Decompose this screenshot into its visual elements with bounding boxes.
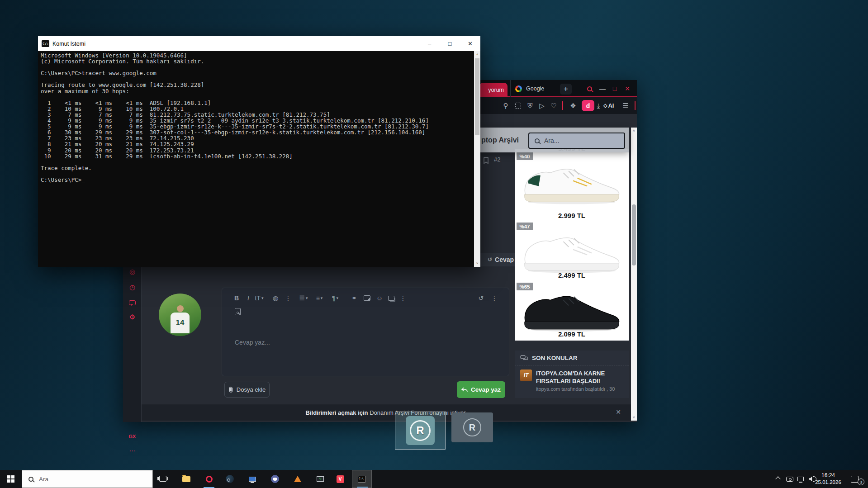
tab-google[interactable]: Google: [510, 80, 561, 97]
aria-ai-button[interactable]: ◇ AI: [603, 97, 614, 114]
taskbar-search-placeholder: Ara: [39, 476, 48, 483]
bookmark-icon[interactable]: [483, 157, 489, 164]
desktop-icon-r-selected[interactable]: R: [395, 412, 446, 450]
taskbar-cone-app[interactable]: [289, 470, 307, 488]
send-to-device-icon[interactable]: ▷: [536, 97, 548, 114]
text-color-palette-icon[interactable]: ◍: [271, 293, 280, 303]
list-icon[interactable]: ☰▾: [299, 293, 308, 303]
tray-date: 25.01.2026: [811, 479, 846, 486]
insert-media-icon[interactable]: [387, 293, 396, 303]
reply-arrow-icon: [461, 387, 468, 393]
site-search-input[interactable]: Ara...: [528, 133, 625, 149]
product-image-sneaker-white[interactable]: [521, 228, 622, 278]
cmd-scroll-up-icon[interactable]: ˄: [474, 52, 480, 57]
gx-logo[interactable]: GX: [123, 431, 142, 442]
taskbar-file-explorer[interactable]: [177, 470, 195, 488]
desktop-icon-r[interactable]: R: [451, 412, 493, 442]
easy-setup-sliders-icon[interactable]: ☰: [620, 97, 631, 114]
editor-menu-dots-icon[interactable]: ⋮: [490, 293, 499, 303]
taskbar-cmd-active[interactable]: C:\_: [352, 470, 372, 488]
more-options-icon[interactable]: ⋮: [398, 293, 408, 303]
product-image-sneaker-black[interactable]: [521, 288, 622, 335]
cmd-maximize-button[interactable]: □: [440, 36, 460, 51]
download-icon[interactable]: ⤓: [593, 97, 604, 114]
folder-icon: [182, 476, 190, 482]
cmd-titlebar[interactable]: C:\ Komut İstemi – □ ✕: [38, 36, 480, 51]
reply-placeholder[interactable]: Cevap yaz...: [235, 339, 270, 346]
taskbar-hardware-monitor[interactable]: ∿: [311, 470, 329, 488]
taskbar-search-input[interactable]: Ara: [22, 470, 153, 488]
window-maximize-button[interactable]: □: [609, 80, 621, 97]
italic-icon[interactable]: I: [244, 293, 253, 303]
notification-bubble-icon: [851, 476, 859, 483]
adblock-shield-icon[interactable]: ⛨: [524, 97, 536, 114]
steam-icon: [226, 475, 234, 483]
post-number[interactable]: #2: [494, 156, 500, 163]
bookmark-heart-icon[interactable]: ♡: [548, 97, 560, 114]
insert-image-icon[interactable]: [362, 293, 371, 303]
tab-search-icon[interactable]: [583, 80, 595, 97]
gx-hot-tabs-icon[interactable]: ◎: [123, 266, 142, 278]
more-options-icon[interactable]: ⋮: [284, 293, 293, 303]
task-view-icon[interactable]: [159, 476, 166, 482]
taskbar-clock[interactable]: 16:24 25.01.2026: [811, 472, 846, 486]
pin-icon[interactable]: ⚲: [500, 97, 512, 114]
undo-icon[interactable]: ↺: [476, 293, 485, 303]
cmd-scroll-down-icon[interactable]: ˅: [474, 261, 480, 265]
emoji-icon[interactable]: ☺: [375, 293, 384, 303]
window-close-button[interactable]: ✕: [621, 80, 633, 97]
product-image-sneaker-white-green[interactable]: [521, 157, 622, 211]
tab-forum-active[interactable]: yorum: [479, 83, 508, 97]
paragraph-icon[interactable]: ¶▾: [331, 293, 340, 303]
reply-arrow-icon: ↺: [488, 256, 492, 263]
snapshot-icon[interactable]: [512, 97, 524, 114]
taskbar-opera-gx[interactable]: [200, 470, 218, 488]
page-scrollbar[interactable]: ˄ ˅: [631, 128, 637, 421]
cmd-scrollbar[interactable]: ˄ ˅: [474, 51, 480, 267]
align-icon[interactable]: ≡▾: [315, 293, 324, 303]
cmd-scrollbar-thumb[interactable]: [475, 58, 479, 135]
start-button[interactable]: [0, 470, 22, 488]
taskbar-discord[interactable]: [266, 470, 284, 488]
desktop-icon-letter: R: [410, 420, 431, 441]
chat-bubbles-icon: [520, 355, 528, 361]
scroll-up-icon[interactable]: ˄: [631, 128, 637, 133]
new-tab-button[interactable]: +: [560, 84, 572, 95]
reply-editor[interactable]: B I tT▾ ◍ ⋮ ☰▾ ≡▾ ¶▾ ⚭ ☺ ⋮ ↺ ⋮ Cevap yaz…: [222, 288, 509, 376]
user-avatar[interactable]: 14: [159, 294, 201, 336]
desktop: yorum Google + — □ ✕ ⚲ ⛨ ▷ ♡ ❖ d ⤓ ◇: [0, 0, 868, 488]
discord-icon: [271, 475, 279, 483]
taskbar-valorant[interactable]: V: [331, 470, 349, 488]
font-size-icon[interactable]: tT▾: [255, 293, 264, 303]
preview-document-icon[interactable]: [233, 306, 242, 317]
link-icon[interactable]: ⚭: [350, 293, 359, 303]
bold-icon[interactable]: B: [232, 293, 241, 303]
monitor-app-icon: [249, 477, 256, 482]
gx-history-icon[interactable]: ◷: [123, 281, 142, 293]
taskbar-steam[interactable]: [221, 470, 239, 488]
waveform-monitor-icon: ∿: [317, 476, 324, 482]
opera-gx-icon: [206, 476, 213, 483]
submit-reply-button[interactable]: Cevap yaz: [457, 381, 505, 398]
notification-close-icon[interactable]: ✕: [616, 408, 621, 416]
site-section-title[interactable]: ptop Arşivi: [481, 136, 519, 144]
tray-time: 16:24: [811, 472, 846, 479]
gx-settings-gear-icon[interactable]: ⚙: [123, 311, 142, 323]
topic-list-item[interactable]: IT ITOPYA.COM'DA KARNE FIRSATLARI BAŞLAD…: [515, 365, 629, 392]
scrollbar-thumb[interactable]: [632, 204, 636, 265]
taskbar-monitor-app[interactable]: [243, 470, 261, 488]
extensions-puzzle-icon[interactable]: ❖: [567, 97, 579, 114]
valorant-icon: V: [337, 475, 344, 483]
window-minimize-button[interactable]: —: [597, 80, 608, 97]
tray-show-hidden-icons[interactable]: [772, 470, 784, 488]
ai-sparkle-icon: ◇: [603, 103, 607, 109]
scroll-down-icon[interactable]: ˅: [631, 415, 637, 420]
topic-title[interactable]: ITOPYA.COM'DA KARNE FIRSATLARI BAŞLADI!: [536, 370, 624, 385]
gx-more-dots-icon[interactable]: ⋯: [123, 445, 142, 457]
attach-file-button[interactable]: Dosya ekle: [224, 382, 270, 398]
camera-icon: [786, 477, 793, 482]
cmd-minimize-button[interactable]: –: [419, 36, 440, 51]
gx-messenger-icon[interactable]: [123, 297, 142, 308]
product-price: 2.499 TL: [515, 271, 629, 279]
cmd-close-button[interactable]: ✕: [460, 36, 480, 51]
